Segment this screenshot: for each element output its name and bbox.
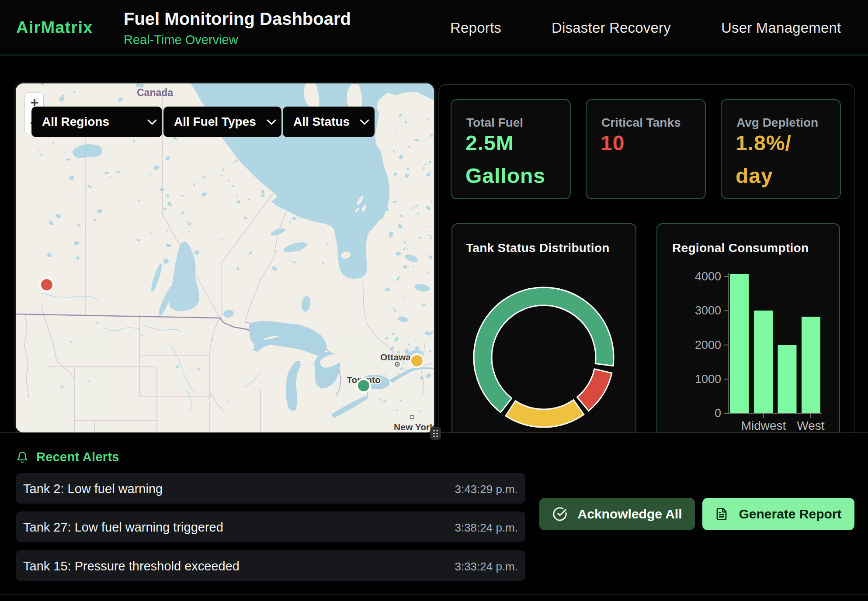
svg-text:4000: 4000 — [695, 270, 721, 283]
svg-text:3000: 3000 — [695, 304, 721, 317]
svg-text:1000: 1000 — [695, 373, 721, 386]
svg-text:Midwest: Midwest — [741, 419, 786, 432]
svg-text:Canada: Canada — [137, 87, 173, 98]
svg-text:2000: 2000 — [695, 338, 721, 352]
svg-text:Ottawa: Ottawa — [380, 352, 411, 362]
svg-text:0: 0 — [715, 407, 721, 420]
svg-text:West: West — [797, 419, 824, 432]
svg-text:New York: New York — [394, 422, 434, 432]
